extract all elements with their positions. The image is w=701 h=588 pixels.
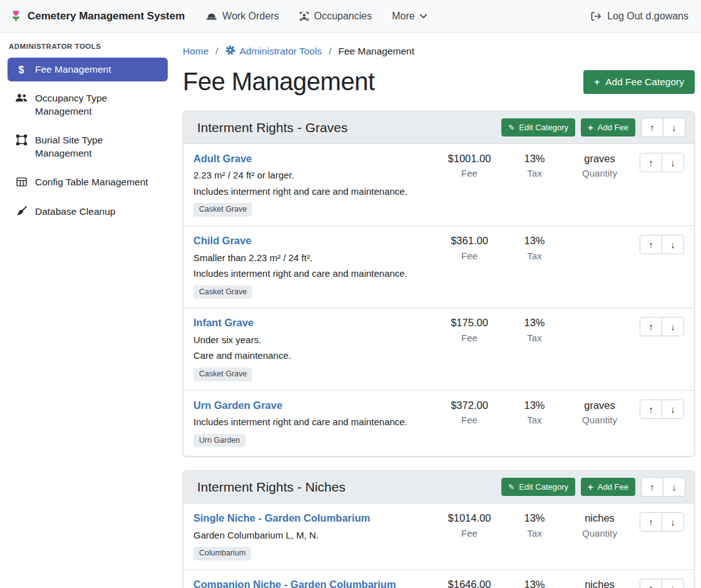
- fee-amount-column: $175.00 Fee: [437, 316, 502, 343]
- breadcrumb-separator: /: [215, 46, 218, 57]
- fee-name-link[interactable]: Urn Garden Grave: [193, 399, 282, 412]
- breadcrumb-home-link[interactable]: Home: [183, 46, 208, 57]
- fee-info: Adult Grave 2.23 m² / 24 ft² or larger. …: [193, 152, 437, 217]
- fee-quantity-label: Quantity: [567, 168, 632, 178]
- fee-reorder-buttons: ↑ ↓: [640, 235, 684, 254]
- category-reorder-buttons: ↑ ↓: [641, 118, 685, 137]
- move-fee-down-button[interactable]: ↓: [662, 235, 684, 254]
- dollar-icon: $: [15, 64, 28, 76]
- move-fee-down-button[interactable]: ↓: [662, 400, 684, 419]
- add-fee-category-button[interactable]: + Add Fee Category: [583, 70, 695, 94]
- move-category-down-button[interactable]: ↓: [663, 477, 685, 497]
- fee-amount-label: Fee: [437, 415, 502, 425]
- sidebar-item-label: Fee Management: [35, 63, 111, 76]
- nav-item-more[interactable]: More: [382, 6, 436, 27]
- fee-tax-column: 13% Tax: [502, 152, 567, 178]
- move-fee-up-button[interactable]: ↑: [640, 512, 662, 532]
- navbar-links: Work Orders Occupancies More: [196, 6, 436, 27]
- sidebar-item-label: Database Cleanup: [35, 205, 115, 218]
- fee-type-tag: Columbarium: [193, 547, 251, 560]
- fee-type-tag: Casket Grave: [193, 203, 252, 217]
- fee-row: Urn Garden Grave Includes interment righ…: [183, 391, 694, 456]
- up-arrow-icon: ↑: [648, 517, 653, 527]
- edit-category-button[interactable]: ✎ Edit Category: [501, 478, 575, 496]
- move-fee-up-button[interactable]: ↑: [640, 579, 662, 588]
- plus-icon: +: [588, 482, 593, 492]
- app-brand[interactable]: Cemetery Management System: [10, 9, 185, 23]
- nav-item-work-orders[interactable]: Work Orders: [196, 6, 289, 27]
- edit-category-button[interactable]: ✎ Edit Category: [501, 118, 575, 137]
- fee-tax-column: 13% Tax: [502, 316, 567, 343]
- fee-name-link[interactable]: Infant Grave: [193, 316, 253, 329]
- main-content: Home / Administrator Tools / Fee Managem…: [175, 33, 701, 588]
- move-category-up-button[interactable]: ↑: [641, 118, 663, 137]
- category-title: Interment Rights - Graves: [192, 120, 496, 135]
- fee-tax-column: 13% Tax: [502, 234, 567, 260]
- move-fee-down-button[interactable]: ↓: [662, 512, 684, 532]
- fee-description: Includes interment right and care and ma…: [193, 185, 431, 198]
- fee-tax-column: 13% Tax: [502, 399, 567, 425]
- nav-item-label: Occupancies: [314, 11, 372, 22]
- fee-quantity-label: Quantity: [567, 415, 632, 425]
- sidebar-item-burial-site-type-management[interactable]: Burial Site Type Management: [8, 128, 168, 165]
- down-arrow-icon: ↓: [670, 404, 675, 415]
- fee-description: Under six years.: [193, 334, 431, 346]
- add-fee-label: Add Fee: [598, 123, 628, 132]
- sidebar-item-database-cleanup[interactable]: Database Cleanup: [8, 200, 168, 224]
- fee-tax: 13%: [502, 316, 567, 329]
- fee-description: Smaller than 2.23 m² / 24 ft².: [193, 252, 431, 264]
- fee-info: Urn Garden Grave Includes interment righ…: [193, 399, 437, 448]
- fee-category-card: Interment Rights - Graves ✎ Edit Categor…: [183, 111, 695, 456]
- fee-type-tag: Casket Grave: [193, 286, 252, 299]
- sidebar-item-fee-management[interactable]: $ Fee Management: [8, 58, 168, 81]
- up-arrow-icon: ↑: [648, 239, 653, 250]
- fee-tax-label: Tax: [502, 333, 567, 343]
- down-arrow-icon: ↓: [670, 583, 675, 588]
- move-fee-down-button[interactable]: ↓: [662, 579, 684, 588]
- breadcrumb-admin-tools-link[interactable]: Administrator Tools: [225, 45, 322, 58]
- down-arrow-icon: ↓: [670, 321, 675, 332]
- category-header: Interment Rights - Niches ✎ Edit Categor…: [183, 471, 694, 503]
- logout-link[interactable]: Log Out d.gowans: [588, 6, 691, 27]
- hard-hat-icon: [206, 11, 217, 21]
- up-arrow-icon: ↑: [648, 404, 653, 415]
- move-fee-up-button[interactable]: ↑: [640, 317, 662, 336]
- fee-tax-column: 13% Tax: [502, 578, 567, 588]
- add-fee-button[interactable]: + Add Fee: [581, 478, 635, 496]
- fee-info: Child Grave Smaller than 2.23 m² / 24 ft…: [193, 234, 437, 299]
- nav-item-occupancies[interactable]: Occupancies: [289, 6, 382, 27]
- fee-name-link[interactable]: Child Grave: [193, 234, 252, 247]
- fee-name-link[interactable]: Companion Niche - Garden Columbarium: [193, 578, 396, 588]
- move-fee-down-button[interactable]: ↓: [662, 317, 684, 336]
- fee-row: Infant Grave Under six years. Care and m…: [183, 308, 694, 390]
- fee-amount: $372.00: [437, 399, 502, 412]
- fee-description: Care and maintenance.: [193, 349, 431, 362]
- fee-name-link[interactable]: Single Niche - Garden Columbarium: [193, 512, 370, 525]
- broom-icon: [15, 206, 28, 217]
- fee-tax: 13%: [502, 578, 567, 588]
- fee-tax: 13%: [502, 399, 567, 412]
- category-header: Interment Rights - Graves ✎ Edit Categor…: [183, 111, 694, 144]
- fee-quantity: niches: [567, 512, 632, 525]
- breadcrumb-home-label: Home: [183, 46, 208, 57]
- move-category-down-button[interactable]: ↓: [663, 118, 685, 137]
- move-fee-up-button[interactable]: ↑: [640, 153, 662, 172]
- fee-description: Garden Columbarium L, M, N.: [193, 529, 431, 542]
- fee-amount-column: $1001.00 Fee: [437, 152, 502, 178]
- fee-row: Adult Grave 2.23 m² / 24 ft² or larger. …: [183, 144, 694, 226]
- move-fee-up-button[interactable]: ↑: [640, 400, 662, 419]
- fee-row: Child Grave Smaller than 2.23 m² / 24 ft…: [183, 226, 694, 308]
- fee-name-link[interactable]: Adult Grave: [193, 152, 252, 165]
- sidebar-item-occupancy-type-management[interactable]: Occupancy Type Management: [8, 86, 168, 123]
- fee-info: Companion Niche - Garden Columbarium Gar…: [193, 578, 437, 588]
- fee-reorder-buttons: ↑ ↓: [640, 317, 684, 336]
- add-fee-button[interactable]: + Add Fee: [581, 118, 635, 137]
- move-category-up-button[interactable]: ↑: [641, 477, 663, 497]
- move-fee-up-button[interactable]: ↑: [640, 235, 662, 254]
- fee-tax: 13%: [502, 512, 567, 525]
- down-arrow-icon: ↓: [670, 157, 675, 168]
- move-fee-down-button[interactable]: ↓: [662, 153, 684, 172]
- sidebar: ADMINISTRATOR TOOLS $ Fee Management Occ…: [0, 33, 175, 588]
- fee-tax-label: Tax: [502, 250, 567, 261]
- sidebar-item-config-table-management[interactable]: Config Table Management: [8, 170, 168, 194]
